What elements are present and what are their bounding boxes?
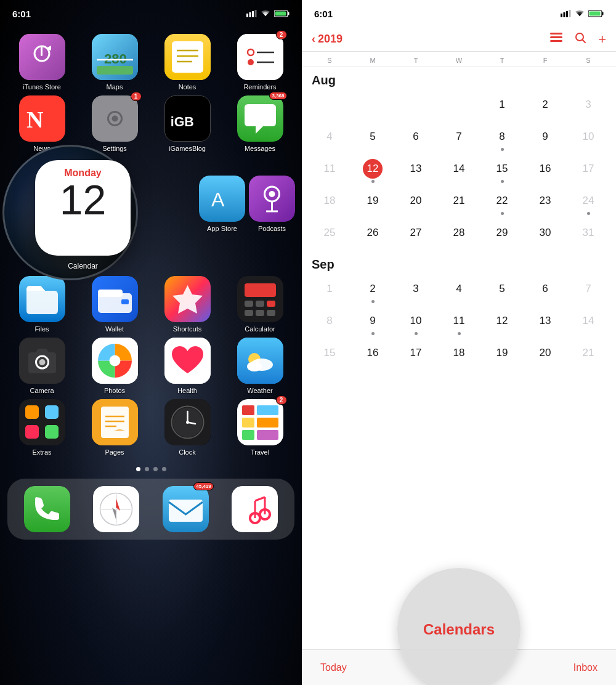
app-camera[interactable]: Camera	[7, 338, 76, 394]
app-podcasts-row3[interactable]: Podcasts	[249, 176, 295, 232]
cal-day-sep-10[interactable]: 10	[394, 307, 437, 339]
app-shortcuts[interactable]: Shortcuts	[153, 276, 222, 333]
cal-day-aug-21[interactable]: 21	[437, 187, 480, 219]
cal-day-sep-20[interactable]: 20	[524, 339, 567, 371]
travel-icon: 2	[237, 399, 283, 445]
cal-day-aug-20[interactable]: 20	[394, 187, 437, 219]
app-travel[interactable]: 2 Travel	[225, 399, 294, 456]
cal-day-aug-31[interactable]: 31	[567, 219, 610, 251]
app-health[interactable]: Health	[153, 338, 222, 394]
cal-day-aug-10[interactable]: 10	[567, 123, 610, 155]
cal-list-icon[interactable]	[550, 33, 562, 46]
app-messages[interactable]: 3,368 Messages	[225, 95, 294, 152]
app-appstore[interactable]: A App Store	[199, 176, 245, 232]
cal-day-aug-4[interactable]: 4	[308, 123, 351, 155]
app-files[interactable]: Files	[7, 276, 76, 333]
app-maps[interactable]: 280 Maps	[80, 34, 149, 91]
cal-calendars-zoom-label[interactable]: Calendars	[423, 621, 495, 638]
svg-rect-46	[245, 283, 276, 297]
cal-day-aug-25[interactable]: 25	[308, 219, 351, 251]
cal-event-dot	[371, 332, 375, 335]
svg-rect-104	[569, 10, 571, 17]
cal-day-sep-3[interactable]: 3	[394, 275, 437, 307]
cal-day-sep-17[interactable]: 17	[394, 339, 437, 371]
svg-rect-0	[246, 14, 248, 17]
cal-day-aug-7[interactable]: 7	[437, 123, 480, 155]
cal-event-dot	[587, 212, 590, 215]
cal-day-sep-5[interactable]: 5	[480, 275, 524, 307]
app-news[interactable]: N News	[7, 95, 76, 152]
cal-day-aug-30[interactable]: 30	[524, 219, 567, 251]
app-notes[interactable]: Notes	[153, 34, 222, 91]
dock-music[interactable]	[232, 486, 278, 532]
svg-rect-82	[242, 418, 254, 428]
cal-day-aug-18[interactable]: 18	[308, 187, 351, 219]
cal-day-aug-9[interactable]: 9	[524, 123, 567, 155]
cal-day-aug-26[interactable]: 26	[351, 219, 394, 251]
app-wallet[interactable]: Wallet	[80, 276, 149, 333]
cal-day-aug-6[interactable]: 6	[394, 123, 437, 155]
cal-day-aug-17[interactable]: 17	[567, 155, 610, 187]
cal-add-icon[interactable]: +	[598, 33, 606, 46]
cal-search-icon[interactable]	[575, 32, 586, 46]
calendar-zoom-date: 12	[60, 179, 107, 221]
cal-inbox-btn[interactable]: Inbox	[573, 662, 598, 673]
cal-day-sep-2[interactable]: 2	[351, 275, 394, 307]
cal-day-aug-22[interactable]: 22	[480, 187, 524, 219]
app-reminders[interactable]: 2 Reminders	[225, 34, 294, 91]
cal-day-sep-1[interactable]: 1	[308, 275, 351, 307]
app-settings[interactable]: 1 Settings	[80, 95, 149, 152]
wallet-icon	[92, 276, 138, 322]
cal-day-aug-19[interactable]: 19	[351, 187, 394, 219]
cal-day-sep-6[interactable]: 6	[524, 275, 567, 307]
cal-day-sep-14[interactable]: 14	[567, 307, 610, 339]
cal-day-aug-2[interactable]: 2	[524, 91, 567, 123]
cal-today-btn[interactable]: Today	[320, 662, 347, 673]
app-clock[interactable]: Clock	[153, 399, 222, 456]
cal-day-aug-15[interactable]: 15	[480, 155, 524, 187]
cal-day-aug-11[interactable]: 11	[308, 155, 351, 187]
cal-day-aug-28[interactable]: 28	[437, 219, 480, 251]
cal-day-sep-8[interactable]: 8	[308, 307, 351, 339]
cal-day-sep-11[interactable]: 11	[437, 307, 480, 339]
dock-phone[interactable]	[24, 486, 70, 532]
cal-calendars-zoom[interactable]: Calendars	[397, 568, 521, 685]
cal-day-sep-7[interactable]: 7	[567, 275, 610, 307]
app-pages[interactable]: Pages	[80, 399, 149, 456]
cal-day-aug-3[interactable]: 3	[567, 91, 610, 123]
cal-back-arrow[interactable]: ‹	[312, 33, 315, 46]
cal-day-aug-14[interactable]: 14	[437, 155, 480, 187]
app-itunes-store[interactable]: iTunes Store	[7, 34, 76, 91]
cal-day-aug-16[interactable]: 16	[524, 155, 567, 187]
cal-day-aug-1[interactable]: 1	[480, 91, 524, 123]
cal-day-aug-23[interactable]: 23	[524, 187, 567, 219]
dock-safari[interactable]	[93, 486, 139, 532]
cal-day-aug-27[interactable]: 27	[394, 219, 437, 251]
app-weather[interactable]: Weather	[225, 338, 294, 394]
app-label-clock: Clock	[179, 448, 196, 456]
cal-year[interactable]: 2019	[318, 33, 342, 46]
cal-day-aug-8[interactable]: 8	[480, 123, 524, 155]
cal-day-sep-16[interactable]: 16	[351, 339, 394, 371]
app-photos[interactable]: Photos	[80, 338, 149, 394]
cal-day-aug-24[interactable]: 24	[567, 187, 610, 219]
cal-year-nav[interactable]: ‹ 2019	[312, 33, 342, 46]
cal-day-sep-13[interactable]: 13	[524, 307, 567, 339]
svg-point-62	[247, 362, 262, 371]
cal-day-sep-15[interactable]: 15	[308, 339, 351, 371]
cal-day-sep-21[interactable]: 21	[567, 339, 610, 371]
cal-day-sep-4[interactable]: 4	[437, 275, 480, 307]
cal-day-sep-18[interactable]: 18	[437, 339, 480, 371]
dock-mail[interactable]: 45,419	[163, 486, 209, 532]
cal-day-aug-13[interactable]: 13	[394, 155, 437, 187]
app-calculator[interactable]: Calculator	[225, 276, 294, 333]
cal-day-sep-19[interactable]: 19	[480, 339, 524, 371]
cal-day-aug-5[interactable]: 5	[351, 123, 394, 155]
app-igb[interactable]: iGB iGamesBlog	[153, 95, 222, 152]
settings-icon: 1	[92, 95, 138, 142]
cal-day-aug-29[interactable]: 29	[480, 219, 524, 251]
app-extras[interactable]: Extras	[7, 399, 76, 456]
cal-day-aug-12[interactable]: 12	[351, 155, 394, 187]
cal-day-sep-9[interactable]: 9	[351, 307, 394, 339]
cal-day-sep-12[interactable]: 12	[480, 307, 524, 339]
